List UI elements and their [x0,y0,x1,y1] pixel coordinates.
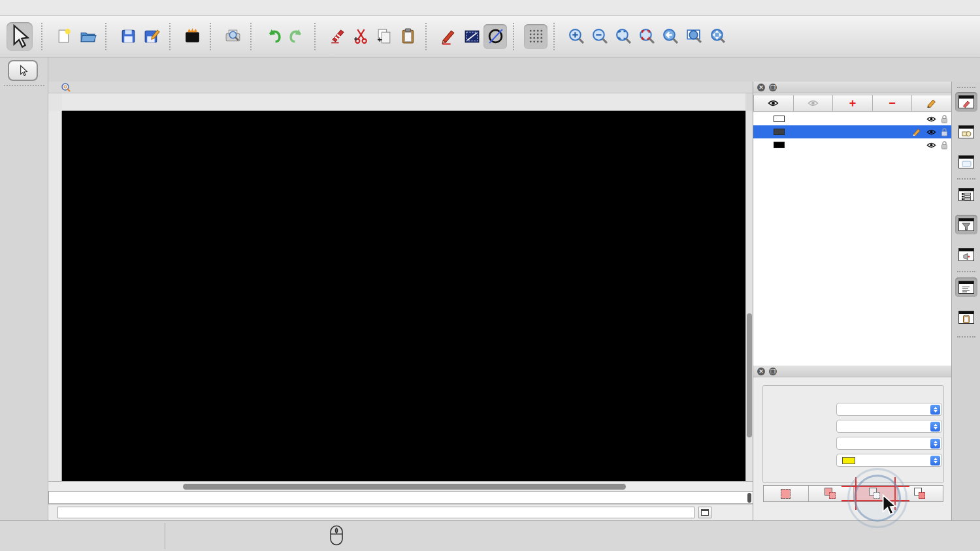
delete-button[interactable] [325,24,349,49]
save-as-button[interactable] [140,24,163,49]
layer-visible-icon[interactable] [926,129,936,136]
toolbar-separator [314,23,321,50]
paste-button[interactable] [396,24,419,49]
dock-separator [957,271,975,272]
redo-icon [288,27,306,45]
layer-row-texto[interactable] [753,138,952,151]
history-scrollbar-thumb[interactable] [747,493,751,503]
remove-from-selection-button[interactable] [898,486,943,501]
library-browser-button[interactable] [955,122,977,142]
selection-square-icon [919,492,925,499]
show-all-layers-button[interactable] [753,95,794,112]
zoom-selection-button[interactable] [635,24,659,49]
layer-panel-header: ✕ ❐ [753,82,952,93]
stepper-icon [930,422,940,432]
layer-list-icon [958,188,974,201]
selection-arrow-button[interactable] [7,22,33,51]
vertical-scrollbar-thumb[interactable] [747,313,752,437]
svg-export-button[interactable] [180,24,204,49]
selection-square-icon [781,489,791,499]
float-panel-icon[interactable]: ❐ [769,84,777,91]
pan-button[interactable] [706,24,729,49]
float-panel-icon[interactable]: ❐ [769,368,777,375]
select-matching-button[interactable] [764,486,809,501]
horizontal-scrollbar-thumb[interactable] [183,484,626,490]
filter-characteristic-dropdown[interactable] [836,420,942,433]
copy-button[interactable] [372,24,396,49]
layer-lock-icon[interactable] [941,141,948,150]
zoom-window-button[interactable] [682,24,706,49]
stepper-icon [930,439,940,449]
palette-selection-button[interactable] [8,60,38,81]
redo-button[interactable] [285,24,308,49]
pan-icon [709,27,727,45]
vertical-scrollbar[interactable] [745,111,753,481]
cut-button[interactable] [349,24,372,49]
layer-lock-icon[interactable] [941,115,948,123]
layer-list-button[interactable] [955,185,977,204]
save-icon [120,27,137,45]
toolbar-separator [513,23,519,50]
command-input[interactable] [57,507,694,518]
open-file-button[interactable] [76,24,99,49]
edit-pencil-button[interactable] [436,24,460,49]
filter-value-dropdown[interactable] [836,454,942,467]
modify-attributes-button[interactable] [460,24,483,49]
layer-row-numeros-catastrales[interactable] [753,125,952,138]
close-icon[interactable]: ✕ [757,368,765,375]
viewport-button[interactable] [955,245,977,264]
drawing-canvas[interactable] [62,111,745,481]
command-toggle-button[interactable] [698,507,711,518]
grid-toggle-button[interactable] [524,24,547,49]
zoom-previous-button[interactable] [659,24,682,49]
zoom-in-button[interactable] [564,24,588,49]
property-editor-button[interactable] [955,92,977,112]
select-within-button[interactable] [854,486,899,501]
filter-comparison-dropdown[interactable] [836,437,942,450]
layer-row-0[interactable] [753,112,952,125]
drawing-window [48,82,753,491]
draft-mode-button[interactable] [483,24,507,49]
viewport-icon [958,248,974,261]
print-preview-icon [224,27,242,45]
zoom-out-icon [591,27,609,45]
hide-all-layers-button[interactable] [794,95,834,112]
auto-zoom-icon [615,27,632,45]
selection-filter-button[interactable] [955,215,977,234]
auto-zoom-button[interactable] [612,24,635,49]
layer-lock-icon[interactable] [941,128,948,136]
main-toolbar [0,16,980,57]
selection-square-icon [874,492,880,499]
ruler-corner [48,93,62,111]
layer-list [753,112,952,366]
new-document-button[interactable] [52,24,76,49]
horizontal-scrollbar[interactable] [48,481,753,491]
command-line-icon [958,281,974,294]
scissors-icon [352,27,370,45]
add-to-selection-button[interactable] [809,486,854,501]
print-preview-button[interactable] [221,24,244,49]
dock-toolbar [951,82,980,520]
zoom-out-button[interactable] [588,24,612,49]
library-browser-icon [958,125,974,138]
add-layer-button[interactable]: + [833,95,873,112]
toolbar-separator [105,23,112,50]
remove-layer-button[interactable]: − [873,95,913,112]
open-folder-icon [79,27,97,45]
undo-button[interactable] [261,24,285,49]
clipboard-panel-button[interactable] [955,307,977,327]
selection-window-button[interactable] [955,152,977,172]
close-icon[interactable]: ✕ [757,84,765,91]
save-button[interactable] [116,24,140,49]
layer-visible-icon[interactable] [926,116,936,123]
command-line-button[interactable] [955,277,977,297]
zoom-window-icon [685,27,703,45]
layer-edit-pencil-icon[interactable] [912,128,922,136]
command-history [48,491,753,504]
filter-type-dropdown[interactable] [836,403,942,416]
zoom-previous-icon [662,27,679,45]
edit-layer-button[interactable] [912,95,952,112]
layer-visible-icon[interactable] [926,142,936,149]
new-document-icon [56,27,73,45]
selection-square-icon [829,492,836,499]
